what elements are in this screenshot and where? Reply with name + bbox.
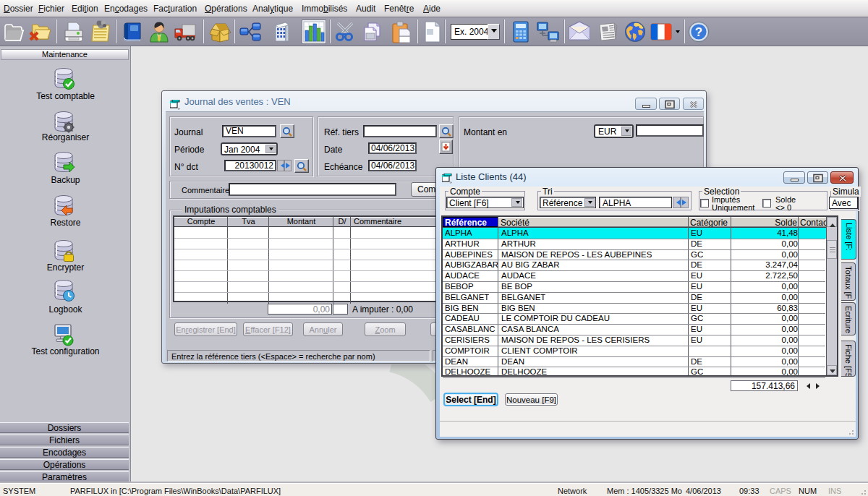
- svg-text:?: ?: [695, 25, 702, 39]
